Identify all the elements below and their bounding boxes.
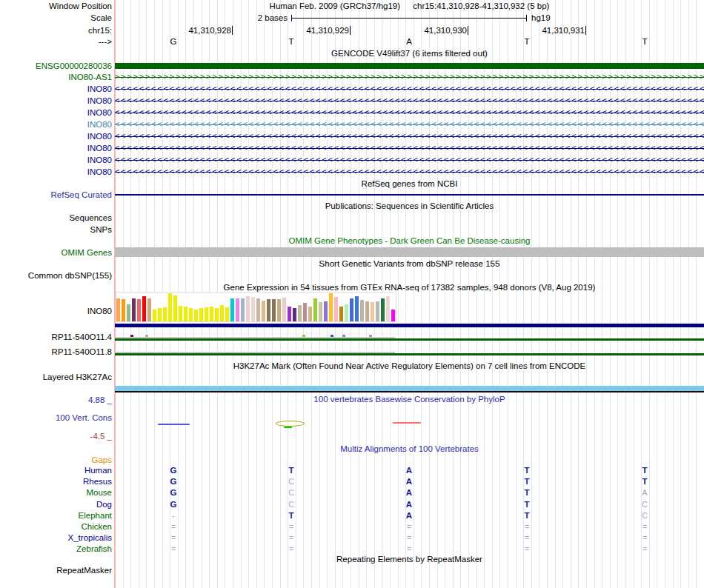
gtex-expression-bar[interactable] bbox=[381, 298, 385, 321]
gtex-expression-bar[interactable] bbox=[319, 302, 322, 321]
bac-clone-1-line[interactable] bbox=[115, 338, 704, 341]
gtex-expression-bar[interactable] bbox=[189, 308, 193, 321]
gene-strand-arrows[interactable]: >>>>>>>>>>>>>>>>>>>>>>>>>>>>>>>>>>>>>>>>… bbox=[115, 71, 704, 83]
gene-label[interactable]: INO80 bbox=[0, 166, 112, 178]
gencode-gene-rows[interactable]: ENSG00000280036INO80-AS1>>>>>>>>>>>>>>>>… bbox=[0, 61, 704, 178]
phylop-mark-dash[interactable] bbox=[284, 427, 292, 428]
gtex-expression-bar[interactable] bbox=[391, 310, 395, 321]
gtex-expression-bar[interactable] bbox=[376, 301, 379, 321]
gene-label[interactable]: INO80-AS1 bbox=[0, 71, 112, 83]
gene-row[interactable]: INO80<<<<<<<<<<<<<<<<<<<<<<<<<<<<<<<<<<<… bbox=[0, 154, 704, 166]
gtex-expression-bar[interactable] bbox=[147, 298, 151, 321]
gtex-expression-bar[interactable] bbox=[236, 298, 239, 321]
gene-row[interactable]: INO80-AS1>>>>>>>>>>>>>>>>>>>>>>>>>>>>>>>… bbox=[0, 71, 704, 83]
gtex-expression-bar[interactable] bbox=[339, 307, 343, 321]
gtex-expression-bar[interactable] bbox=[251, 297, 255, 321]
gene-strand-arrows[interactable]: <<<<<<<<<<<<<<<<<<<<<<<<<<<<<<<<<<<<<<<<… bbox=[115, 83, 704, 95]
bac-clone-2-line[interactable] bbox=[115, 353, 704, 355]
gtex-expression-bar[interactable] bbox=[262, 301, 265, 321]
gtex-expression-bar[interactable] bbox=[308, 307, 312, 321]
alignment-row[interactable]: Zebrafish===== bbox=[0, 544, 704, 554]
gene-row[interactable]: ENSG00000280036 bbox=[0, 61, 704, 70]
sequences-track-label[interactable]: Sequences bbox=[0, 213, 112, 223]
gtex-expression-bar[interactable] bbox=[194, 310, 198, 321]
gene-strand-arrows[interactable]: <<<<<<<<<<<<<<<<<<<<<<<<<<<<<<<<<<<<<<<<… bbox=[115, 107, 704, 118]
gtex-expression-bar[interactable] bbox=[179, 306, 182, 321]
gtex-gene-model-line[interactable] bbox=[115, 324, 704, 327]
gtex-expression-bar[interactable] bbox=[303, 303, 307, 321]
gtex-expression-bar[interactable] bbox=[371, 302, 374, 321]
gtex-expression-bar[interactable] bbox=[360, 300, 364, 321]
common-dbsnp-label[interactable]: Common dbSNP(155) bbox=[0, 271, 112, 281]
gtex-expression-bar[interactable] bbox=[210, 307, 213, 321]
phylop-mark-line[interactable] bbox=[393, 422, 421, 424]
gtex-expression-bar[interactable] bbox=[163, 307, 167, 321]
gtex-expression-bar[interactable] bbox=[313, 298, 317, 321]
omim-gene-bar[interactable] bbox=[115, 247, 704, 257]
gtex-expression-bar[interactable] bbox=[241, 298, 245, 321]
multiz-alignment-rows[interactable]: HumanGTATTRhesusGCATTMouseGCATADogGCATCE… bbox=[0, 466, 704, 555]
gene-row[interactable]: INO80<<<<<<<<<<<<<<<<<<<<<<<<<<<<<<<<<<<… bbox=[0, 130, 704, 142]
gtex-expression-bar[interactable] bbox=[199, 308, 203, 321]
gene-strand-arrows[interactable]: <<<<<<<<<<<<<<<<<<<<<<<<<<<<<<<<<<<<<<<<… bbox=[115, 142, 704, 154]
gene-strand-arrows[interactable]: <<<<<<<<<<<<<<<<<<<<<<<<<<<<<<<<<<<<<<<<… bbox=[115, 118, 704, 130]
snps-track-label[interactable]: SNPs bbox=[0, 225, 112, 235]
gene-row[interactable]: INO80<<<<<<<<<<<<<<<<<<<<<<<<<<<<<<<<<<<… bbox=[0, 142, 704, 154]
gtex-expression-bar[interactable] bbox=[267, 299, 270, 321]
gtex-gene-label[interactable]: INO80 bbox=[0, 307, 112, 315]
gene-row[interactable]: INO80<<<<<<<<<<<<<<<<<<<<<<<<<<<<<<<<<<<… bbox=[0, 107, 704, 118]
gtex-expression-bar[interactable] bbox=[122, 299, 125, 321]
gtex-expression-bar[interactable] bbox=[334, 297, 338, 321]
alignment-row[interactable]: HumanGTATT bbox=[0, 466, 704, 475]
gtex-expression-bar[interactable] bbox=[127, 304, 130, 321]
alignment-row[interactable]: MouseGCATA bbox=[0, 488, 704, 498]
layered-h3k27ac-label[interactable]: Layered H3K27Ac bbox=[0, 372, 112, 382]
gtex-expression-bar[interactable] bbox=[142, 296, 146, 321]
gtex-expression-bar[interactable] bbox=[205, 307, 208, 321]
phylop-mark-line[interactable] bbox=[158, 424, 190, 425]
gene-label[interactable]: INO80 bbox=[0, 142, 112, 154]
gene-label[interactable]: INO80 bbox=[0, 154, 112, 166]
gtex-expression-bar[interactable] bbox=[293, 308, 296, 321]
gtex-expression-bar[interactable] bbox=[256, 298, 260, 321]
gtex-expression-bar[interactable] bbox=[288, 307, 291, 321]
alignment-row[interactable]: DogGCATC bbox=[0, 500, 704, 510]
gene-strand-arrows[interactable]: <<<<<<<<<<<<<<<<<<<<<<<<<<<<<<<<<<<<<<<<… bbox=[115, 166, 704, 178]
gtex-expression-chart[interactable] bbox=[116, 292, 396, 322]
alignment-row[interactable]: X_tropicalis===== bbox=[0, 533, 704, 543]
bac-clone-label-1[interactable]: RP11-540O11.4 bbox=[0, 332, 112, 342]
gtex-expression-bar[interactable] bbox=[215, 308, 219, 321]
refseq-gene-line[interactable] bbox=[115, 194, 704, 196]
repeatmasker-label[interactable]: RepeatMasker bbox=[0, 566, 112, 575]
gtex-expression-bar[interactable] bbox=[137, 299, 141, 321]
gtex-expression-bar[interactable] bbox=[153, 310, 156, 321]
vert-cons-label[interactable]: 100 Vert. Cons bbox=[0, 413, 112, 423]
gene-label[interactable]: INO80 bbox=[0, 95, 112, 107]
omim-genes-label[interactable]: OMIM Genes bbox=[0, 247, 112, 258]
refseq-curated-label[interactable]: RefSeq Curated bbox=[0, 190, 112, 200]
gtex-expression-bar[interactable] bbox=[168, 293, 172, 321]
gtex-expression-bar[interactable] bbox=[158, 308, 162, 321]
gtex-expression-bar[interactable] bbox=[173, 295, 177, 321]
gtex-expression-bar[interactable] bbox=[350, 298, 353, 321]
gene-label[interactable]: INO80 bbox=[0, 107, 112, 118]
gene-row[interactable]: INO80<<<<<<<<<<<<<<<<<<<<<<<<<<<<<<<<<<<… bbox=[0, 166, 704, 178]
gene-label[interactable]: ENSG00000280036 bbox=[0, 61, 112, 70]
bac-clone-label-2[interactable]: RP11-540O11.8 bbox=[0, 347, 112, 357]
gtex-expression-bar[interactable] bbox=[355, 296, 359, 321]
gene-label[interactable]: INO80 bbox=[0, 130, 112, 142]
gene-strand-arrows[interactable]: <<<<<<<<<<<<<<<<<<<<<<<<<<<<<<<<<<<<<<<<… bbox=[115, 154, 704, 166]
gtex-expression-bar[interactable] bbox=[116, 298, 120, 321]
gene-strand-arrows[interactable]: <<<<<<<<<<<<<<<<<<<<<<<<<<<<<<<<<<<<<<<<… bbox=[115, 95, 704, 107]
gtex-expression-bar[interactable] bbox=[220, 305, 224, 321]
gene-row[interactable]: INO80<<<<<<<<<<<<<<<<<<<<<<<<<<<<<<<<<<<… bbox=[0, 118, 704, 130]
gtex-expression-bar[interactable] bbox=[184, 307, 187, 321]
phylop-mark-ellipse[interactable] bbox=[276, 421, 305, 427]
gtex-expression-bar[interactable] bbox=[386, 296, 390, 321]
gtex-expression-bar[interactable] bbox=[246, 296, 250, 321]
gtex-expression-bar[interactable] bbox=[365, 301, 369, 321]
gtex-expression-bar[interactable] bbox=[329, 293, 333, 321]
alignment-row[interactable]: Chicken===== bbox=[0, 522, 704, 532]
gtex-expression-bar[interactable] bbox=[225, 307, 229, 321]
alignment-row[interactable]: Elephant-TATC bbox=[0, 511, 704, 521]
